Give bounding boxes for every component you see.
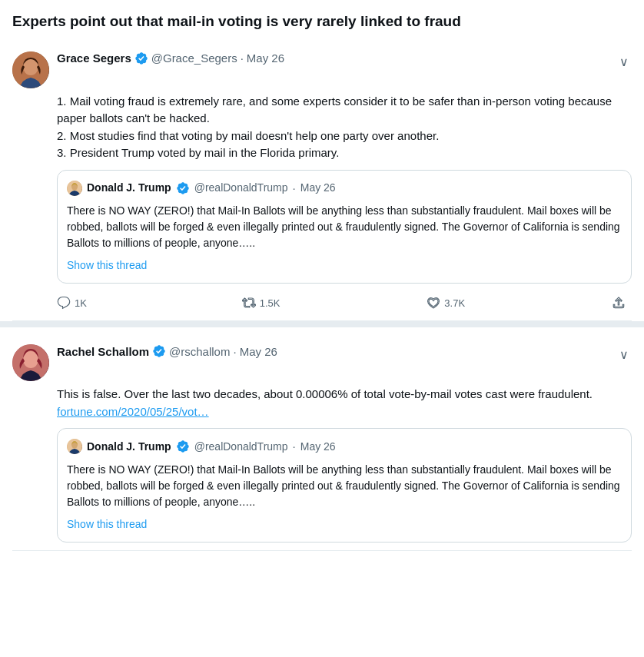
tweet-header-left-2: Rachel Schallom @rschallom · May 26 xyxy=(12,344,277,381)
retweet-count-1: 1.5K xyxy=(260,297,281,309)
quoted-body-2: There is NO WAY (ZERO!) that Mail-In Bal… xyxy=(67,462,622,510)
show-thread-link-2[interactable]: Show this thread xyxy=(67,516,622,533)
quoted-verified-icon-1 xyxy=(176,181,190,195)
author-name-1: Grace Segers xyxy=(57,51,131,65)
tweet-header-1: Grace Segers @Grace_Segers · May 26 ∨ xyxy=(12,51,632,88)
svg-point-5 xyxy=(23,351,38,368)
chevron-button-2[interactable]: ∨ xyxy=(616,344,632,365)
tweet-card-1: Grace Segers @Grace_Segers · May 26 ∨ 1.… xyxy=(12,42,632,322)
show-thread-link-1[interactable]: Show this thread xyxy=(67,257,622,274)
quoted-handle-2: @realDonaldTrump xyxy=(194,439,288,455)
quoted-tweet-2[interactable]: Donald J. Trump @realDonaldTrump · May 2… xyxy=(57,428,632,543)
tweet-meta-2: Rachel Schallom @rschallom · May 26 xyxy=(57,344,277,358)
quoted-handle-1: @realDonaldTrump xyxy=(194,180,288,196)
quoted-tweet-1[interactable]: Donald J. Trump @realDonaldTrump · May 2… xyxy=(57,170,632,284)
reply-icon-1 xyxy=(57,296,71,310)
tweet-body-1: 1. Mail voting fraud is extremely rare, … xyxy=(57,93,632,284)
retweet-icon-1 xyxy=(242,296,256,310)
reply-button-1[interactable]: 1K xyxy=(57,293,242,313)
tweet-header-2: Rachel Schallom @rschallom · May 26 ∨ xyxy=(12,344,632,381)
trump-avatar-mini-1 xyxy=(67,181,82,196)
quoted-author-name-1: Donald J. Trump xyxy=(87,180,171,196)
reply-count-1: 1K xyxy=(75,297,87,309)
quoted-body-1: There is NO WAY (ZERO!) that Mail-In Bal… xyxy=(67,203,622,251)
quoted-author-name-2: Donald J. Trump xyxy=(87,439,171,455)
verified-icon-1 xyxy=(134,51,148,65)
author-handle-1: @Grace_Segers xyxy=(151,51,237,65)
tweet-header-left-1: Grace Segers @Grace_Segers · May 26 xyxy=(12,51,284,88)
retweet-button-1[interactable]: 1.5K xyxy=(242,293,427,313)
share-button-1[interactable] xyxy=(612,293,632,313)
tweet-card-2: Rachel Schallom @rschallom · May 26 ∨ Th… xyxy=(12,335,632,551)
page-container: Experts point out that mail-in voting is… xyxy=(0,0,644,557)
tweet-author-line-2: Rachel Schallom @rschallom · May 26 xyxy=(57,344,277,358)
page-title: Experts point out that mail-in voting is… xyxy=(12,12,632,32)
avatar-grace[interactable] xyxy=(12,51,49,88)
avatar-rachel[interactable] xyxy=(12,344,49,381)
tweet-meta-1: Grace Segers @Grace_Segers · May 26 xyxy=(57,51,284,65)
author-name-2: Rachel Schallom xyxy=(57,345,149,358)
verified-icon-2 xyxy=(152,344,166,358)
like-icon-1 xyxy=(427,296,440,310)
quoted-date-1: May 26 xyxy=(300,180,336,196)
quoted-header-2: Donald J. Trump @realDonaldTrump · May 2… xyxy=(67,438,622,456)
quoted-verified-icon-2 xyxy=(176,440,190,453)
quoted-header-1: Donald J. Trump @realDonaldTrump · May 2… xyxy=(67,180,622,197)
tweet-actions-1: 1K 1.5K 3.7K xyxy=(57,293,632,313)
tweet-date-2: May 26 xyxy=(240,345,277,358)
like-button-1[interactable]: 3.7K xyxy=(427,293,612,313)
tweet-text-2: This is false. Over the last two decades… xyxy=(57,387,593,418)
author-handle-2: @rschallom xyxy=(169,345,230,358)
tweet-body-2: This is false. Over the last two decades… xyxy=(57,386,632,543)
like-count-1: 3.7K xyxy=(444,297,465,309)
tweet-author-line-1: Grace Segers @Grace_Segers · May 26 xyxy=(57,51,284,65)
share-icon-1 xyxy=(612,296,626,310)
body-link-2[interactable]: fortune.com/2020/05/25/vot… xyxy=(57,405,209,418)
trump-avatar-mini-2 xyxy=(67,439,82,454)
quoted-date-2: May 26 xyxy=(300,439,336,455)
tweet-text-1: 1. Mail voting fraud is extremely rare, … xyxy=(57,95,612,160)
chevron-button-1[interactable]: ∨ xyxy=(616,51,632,72)
section-divider xyxy=(0,321,644,327)
tweet-date-1: May 26 xyxy=(247,51,284,65)
